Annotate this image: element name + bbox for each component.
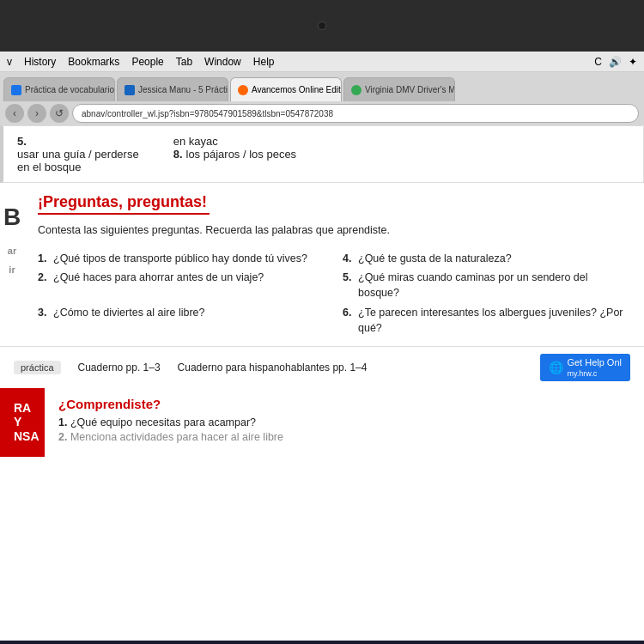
- q2-num: 2.: [38, 270, 50, 286]
- tab-favicon-3: [238, 85, 248, 95]
- section-b-wrapper: B ar ir ¡Preguntas, preguntas! Contesta …: [0, 183, 644, 346]
- q2-text: ¿Qué haces para ahorrar antes de un viaj…: [53, 270, 264, 285]
- get-help-text: Get Help Onl my.hrw.c: [567, 357, 622, 378]
- menu-history[interactable]: History: [24, 56, 56, 68]
- question-2: 2. ¿Qué haces para ahorrar antes de un v…: [38, 270, 325, 301]
- comprendiste-section: ¿Comprendiste? 1. ¿Qué equipo necesitas …: [45, 388, 644, 457]
- vocab-5-label: 5.: [17, 135, 139, 148]
- practica-bar: práctica Cuaderno pp. 1–3 Cuaderno para …: [0, 346, 644, 388]
- cuaderno-1: Cuaderno pp. 1–3: [78, 361, 161, 374]
- q5-num: 5.: [343, 270, 355, 286]
- questions-grid: 1. ¿Qué tipos de transporte público hay …: [38, 251, 630, 336]
- left-letter-ar: ar: [8, 241, 16, 260]
- cuaderno-2: Cuaderno para hispanohablantes pp. 1–4: [178, 361, 368, 374]
- vocab-5-line1: usar una guía / perderse: [17, 148, 139, 161]
- left-letter-b: B: [3, 193, 21, 241]
- tab-practica-vocab[interactable]: Práctica de vocabulario pg ✕: [3, 77, 115, 101]
- browser-content: 5. usar una guía / perderse en el bosque…: [0, 125, 644, 641]
- bottom-combined: RA Y NSA ¿Comprendiste? 1. ¿Qué equipo n…: [0, 388, 644, 457]
- section-title: ¡Preguntas, preguntas!: [38, 193, 630, 211]
- tab-favicon-4: [351, 85, 361, 95]
- menu-people[interactable]: People: [131, 56, 163, 68]
- menu-icon-bt: ✦: [629, 56, 637, 68]
- ra-label-nsa: NSA: [14, 429, 31, 444]
- tab-avancemos[interactable]: Avancemos Online Edition 1 ✕: [230, 77, 342, 101]
- menu-help[interactable]: Help: [253, 56, 275, 68]
- back-button[interactable]: ‹: [5, 104, 24, 123]
- address-bar[interactable]: abnav/controller_wl.jsp?isbn=97805479015…: [72, 104, 639, 123]
- section-instructions: Contesta las siguientes preguntas. Recue…: [38, 223, 630, 239]
- section-title-area: ¡Preguntas, preguntas!: [38, 193, 630, 215]
- comprendiste-q2: 2. Menciona actividades para hacer al ai…: [58, 431, 630, 443]
- menu-app[interactable]: v: [7, 56, 12, 68]
- tab-label-4: Virginia DMV Driver's Manu: [365, 85, 455, 94]
- q1-text: ¿Qué tipos de transporte público hay don…: [53, 251, 307, 266]
- q6-num: 6.: [343, 305, 355, 321]
- tab-virginia-dmv[interactable]: Virginia DMV Driver's Manu: [343, 77, 455, 101]
- url-text: abnav/controller_wl.jsp?isbn=97805479015…: [82, 109, 333, 118]
- vocab-8-line1: en kayac: [173, 135, 296, 148]
- q4-text: ¿Qué te gusta de la naturaleza?: [358, 251, 512, 266]
- tab-label-3: Avancemos Online Edition 1: [252, 85, 342, 94]
- tab-label-1: Práctica de vocabulario pg: [25, 85, 115, 94]
- section-b: ¡Preguntas, preguntas! Contesta las sigu…: [24, 183, 644, 346]
- comprendiste-q1: 1. ¿Qué equipo necesitas para acampar?: [58, 416, 630, 428]
- vocab-item-8: en kayac 8. los pájaros / los peces: [173, 135, 296, 173]
- ra-section: RA Y NSA: [0, 388, 45, 457]
- vocab-5-line2: en el bosque: [17, 161, 139, 173]
- q4-num: 4.: [343, 251, 355, 267]
- tab-favicon-2: [125, 85, 135, 95]
- forward-button[interactable]: ›: [27, 104, 46, 123]
- vocab-8-label: 8.: [173, 148, 183, 161]
- left-sidebar: B ar ir: [0, 183, 24, 346]
- webcam: [318, 21, 326, 30]
- menu-tab[interactable]: Tab: [176, 56, 192, 68]
- get-help-button[interactable]: 🌐 Get Help Onl my.hrw.c: [540, 354, 630, 381]
- q3-text: ¿Cómo te diviertes al aire libre?: [53, 305, 204, 320]
- question-1: 1. ¿Qué tipos de transporte público hay …: [38, 251, 325, 267]
- ra-label-ra: RA: [14, 401, 31, 416]
- question-6: 6. ¿Te parecen interesantes los albergue…: [343, 305, 630, 336]
- section-b-main: ¡Preguntas, preguntas! Contesta las sigu…: [24, 183, 644, 346]
- menubar: v History Bookmarks People Tab Window He…: [0, 52, 644, 72]
- tab-label-2: Jessica Manu - 5 Práctica c: [138, 85, 228, 94]
- q3-num: 3.: [38, 305, 50, 321]
- tab-jessica[interactable]: Jessica Manu - 5 Práctica c ✕: [117, 77, 228, 101]
- ra-label-y: Y: [14, 415, 31, 429]
- address-bar-row: ‹ › ↺ abnav/controller_wl.jsp?isbn=97805…: [0, 101, 644, 125]
- question-3: 3. ¿Cómo te diviertes al aire libre?: [38, 305, 325, 336]
- question-5: 5. ¿Qué miras cuando caminas por un send…: [343, 270, 630, 301]
- vocab-section: 5. usar una guía / perderse en el bosque…: [0, 125, 644, 183]
- vocab-8-line2-wrap: 8. los pájaros / los peces: [173, 148, 296, 161]
- menu-icon-sound: 🔊: [609, 56, 622, 68]
- section-title-underline: [38, 213, 210, 215]
- refresh-button[interactable]: ↺: [50, 104, 69, 123]
- menu-icon-c: C: [594, 56, 602, 68]
- question-4: 4. ¿Qué te gusta de la naturaleza?: [343, 251, 630, 267]
- menubar-right-icons: C 🔊 ✦: [594, 56, 637, 68]
- menu-window[interactable]: Window: [204, 56, 241, 68]
- left-letter-ir: ir: [9, 260, 15, 279]
- page-content: 5. usar una guía / perderse en el bosque…: [0, 125, 644, 641]
- vocab-8-line2: los pájaros / los peces: [186, 148, 297, 161]
- practica-label: práctica: [14, 361, 61, 374]
- vocab-item-5: 5. usar una guía / perderse en el bosque: [17, 135, 139, 173]
- q6-text: ¿Te parecen interesantes los albergues j…: [358, 305, 630, 336]
- tab-favicon-1: [11, 85, 21, 95]
- globe-icon: 🌐: [549, 361, 563, 374]
- laptop-bezel: [0, 0, 644, 52]
- browser-chrome: Práctica de vocabulario pg ✕ Jessica Man…: [0, 72, 644, 125]
- q5-text: ¿Qué miras cuando caminas por un sendero…: [358, 270, 630, 301]
- tab-bar: Práctica de vocabulario pg ✕ Jessica Man…: [0, 72, 644, 101]
- q1-num: 1.: [38, 251, 50, 267]
- comprendiste-title: ¿Comprendiste?: [58, 397, 630, 411]
- menu-bookmarks[interactable]: Bookmarks: [68, 56, 119, 68]
